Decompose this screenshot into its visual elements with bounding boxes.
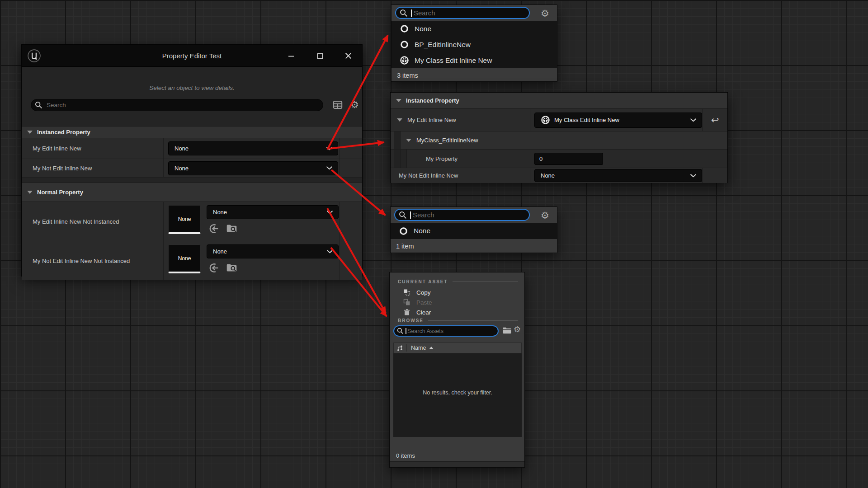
- property-row: My Not Edit Inline New Not Instanced Non…: [22, 241, 362, 280]
- trash-icon: [403, 309, 410, 316]
- category-header-instanced[interactable]: Instanced Property: [391, 93, 727, 109]
- thumbnail-label: None: [178, 255, 191, 262]
- column-divider: [406, 344, 407, 352]
- collapse-triangle-icon[interactable]: [396, 99, 401, 102]
- details-search-input[interactable]: Search: [31, 99, 323, 111]
- item-count-footer: 0 items: [396, 449, 415, 462]
- property-row: My Property 0: [391, 150, 727, 168]
- property-row: My Not Edit Inline New None: [391, 168, 727, 183]
- collapse-triangle-icon[interactable]: [27, 131, 33, 134]
- search-placeholder: Search: [47, 102, 66, 108]
- asset-list-header[interactable]: Name: [393, 343, 522, 353]
- indent-strip: [394, 131, 401, 149]
- text-caret: [410, 211, 411, 219]
- number-value: 0: [539, 155, 542, 162]
- settings-gear-icon[interactable]: ⚙: [541, 211, 549, 220]
- current-asset-section-label: CURRENT ASSET: [398, 279, 524, 284]
- asset-picker-popup: CURRENT ASSET Copy Paste Clear BROWSE Se…: [389, 272, 525, 468]
- subobject-header-row[interactable]: MyClass_EditInlineNew: [391, 131, 727, 150]
- maximize-button[interactable]: [311, 45, 329, 67]
- class-search-input[interactable]: Search: [395, 7, 530, 19]
- category-header-instanced[interactable]: Instanced Property: [22, 126, 362, 138]
- name-column-header[interactable]: Name: [411, 345, 426, 351]
- dropdown-value: None: [213, 248, 227, 255]
- property-editor-test-window: Property Editor Test Select an object to…: [21, 44, 363, 277]
- class-list-item[interactable]: None: [392, 21, 557, 37]
- class-list: None: [391, 223, 557, 239]
- desktop-grid-background: { "colors": { "accent_blue": "#2a7cd6", …: [0, 0, 868, 488]
- close-button[interactable]: [339, 45, 357, 67]
- class-list-item[interactable]: My Class Edit Inline New: [392, 52, 557, 68]
- dropdown-value: None: [175, 145, 189, 152]
- category-header-normal[interactable]: Normal Property: [22, 183, 362, 202]
- search-icon: [35, 101, 42, 109]
- use-selected-asset-icon[interactable]: [208, 223, 219, 234]
- sort-ascending-icon: [429, 347, 434, 349]
- asset-thumbnail[interactable]: None: [168, 205, 201, 234]
- my-edit-inline-new-dropdown[interactable]: None: [168, 141, 338, 155]
- not-edit-inline-dropdown[interactable]: None: [534, 169, 702, 182]
- class-list-item[interactable]: BP_EditInlineNew: [392, 37, 557, 52]
- settings-gear-icon[interactable]: ⚙: [350, 100, 359, 109]
- class-item-label: None: [415, 25, 431, 33]
- class-item-label: None: [414, 227, 430, 235]
- browse-to-asset-icon[interactable]: [226, 223, 237, 234]
- edit-inline-class-dropdown[interactable]: My Class Edit Inline New: [534, 113, 702, 128]
- section-gap: [22, 178, 362, 183]
- select-object-hint: Select an object to view details.: [22, 84, 362, 91]
- title-bar[interactable]: Property Editor Test: [22, 45, 362, 67]
- class-item-label: BP_EditInlineNew: [415, 41, 471, 49]
- paste-icon: [403, 299, 410, 306]
- search-placeholder: Search: [413, 211, 434, 219]
- search-placeholder: Search Assets: [407, 328, 443, 334]
- chevron-down-icon: [327, 211, 333, 214]
- text-caret: [406, 328, 406, 334]
- view-options-icon[interactable]: [333, 100, 343, 110]
- folder-icon[interactable]: [502, 326, 512, 335]
- class-list-item[interactable]: None: [391, 223, 557, 239]
- menu-label: Copy: [416, 289, 431, 296]
- instanced-details-panel: Instanced Property My Edit Inline New My…: [390, 92, 728, 183]
- copy-menu-item[interactable]: Copy: [390, 287, 524, 297]
- ring-icon: [399, 226, 408, 236]
- class-search-input[interactable]: Search: [394, 209, 530, 221]
- property-label: My Property: [426, 155, 458, 162]
- collapse-triangle-icon[interactable]: [27, 191, 33, 194]
- property-label: My Edit Inline New: [407, 117, 456, 123]
- resize-grip[interactable]: [390, 461, 524, 467]
- minimize-button[interactable]: [282, 45, 300, 67]
- search-icon: [397, 328, 404, 334]
- property-label: My Not Edit Inline New Not Instanced: [22, 241, 164, 280]
- asset-dropdown[interactable]: None: [207, 244, 339, 258]
- use-selected-asset-icon[interactable]: [208, 263, 219, 273]
- paste-menu-item[interactable]: Paste: [390, 297, 524, 307]
- text-caret: [411, 9, 412, 17]
- settings-gear-icon[interactable]: ⚙: [514, 325, 521, 333]
- clear-menu-item[interactable]: Clear: [390, 307, 524, 317]
- collapse-triangle-icon[interactable]: [406, 139, 411, 142]
- asset-dropdown[interactable]: None: [207, 205, 339, 219]
- copy-icon: [403, 289, 410, 296]
- browse-to-asset-icon[interactable]: [226, 263, 237, 273]
- asset-thumbnail[interactable]: None: [168, 244, 201, 273]
- category-label: Instanced Property: [406, 97, 459, 104]
- dropdown-value: None: [175, 165, 189, 172]
- my-not-edit-inline-new-dropdown[interactable]: None: [168, 161, 338, 175]
- settings-gear-icon[interactable]: ⚙: [541, 9, 549, 18]
- item-count-footer: 3 items: [392, 68, 557, 82]
- asset-search-input[interactable]: Search Assets: [393, 325, 499, 337]
- property-label: My Not Edit Inline New: [399, 172, 458, 179]
- chevron-down-icon: [326, 147, 332, 150]
- indent-strip: [394, 150, 401, 168]
- my-property-number-input[interactable]: 0: [534, 153, 603, 165]
- collapse-triangle-icon[interactable]: [397, 118, 402, 122]
- empty-results-message: No results, check your filter.: [423, 389, 492, 437]
- reset-to-default-icon[interactable]: ↩: [703, 109, 727, 131]
- property-label: My Edit Inline New Not Instanced: [22, 202, 164, 241]
- indent-strip: [401, 150, 407, 168]
- class-cube-icon: [400, 56, 409, 65]
- subobject-label: MyClass_EditInlineNew: [416, 137, 478, 144]
- chevron-down-icon: [326, 166, 332, 170]
- menu-label: Paste: [416, 299, 432, 306]
- hierarchy-column-icon[interactable]: [396, 345, 403, 352]
